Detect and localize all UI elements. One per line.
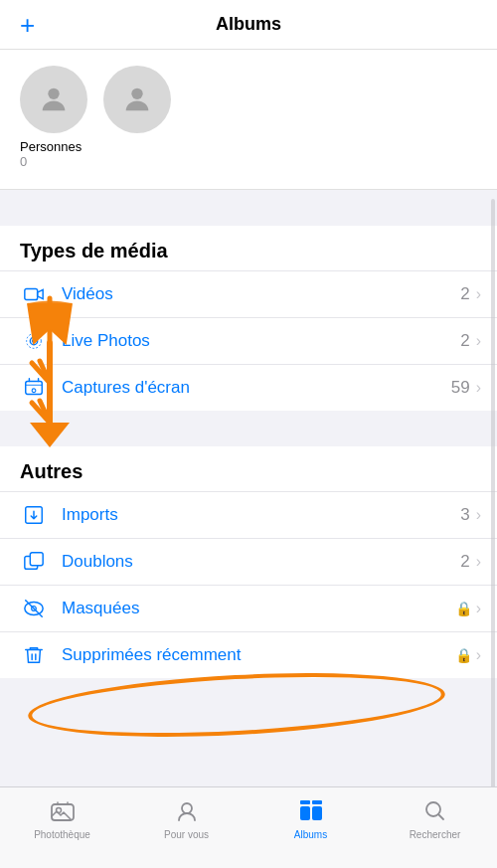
person-icon-2	[120, 83, 154, 116]
autres-section: Autres Imports 3 › Doublons 2 ›	[0, 446, 497, 678]
list-item-screenshots[interactable]: Captures d'écran 59 ›	[0, 364, 497, 411]
person-icon	[37, 83, 71, 116]
doublons-icon	[20, 551, 48, 573]
person-name: Personnes	[20, 139, 82, 154]
list-item-live-photos[interactable]: Live Photos 2 ›	[0, 317, 497, 364]
tab-rechercher-label: Rechercher	[410, 829, 461, 840]
videos-label: Vidéos	[62, 284, 460, 304]
lock-icon-2: 🔒	[455, 647, 472, 663]
tab-pour-vous-label: Pour vous	[164, 829, 209, 840]
imports-svg	[23, 504, 45, 526]
masquees-label: Masquées	[62, 599, 455, 618]
chevron-icon-3: ›	[476, 379, 481, 397]
live-photo-icon	[20, 330, 48, 352]
svg-point-17	[182, 803, 192, 813]
video-svg	[23, 283, 45, 305]
doublons-label: Doublons	[62, 552, 460, 572]
list-item-doublons[interactable]: Doublons 2 ›	[0, 538, 497, 585]
svg-point-7	[32, 389, 36, 393]
live-photos-count: 2	[460, 331, 469, 351]
avatar-2	[103, 66, 171, 133]
tab-bar: Photothèque Pour vous Albums	[0, 786, 497, 868]
page-title: Albums	[216, 14, 281, 35]
svg-point-1	[131, 88, 142, 99]
masquees-svg	[23, 598, 45, 619]
svg-rect-2	[25, 289, 38, 300]
chevron-icon-4: ›	[476, 506, 481, 524]
supprimees-label: Supprimées récemment	[62, 645, 455, 665]
trash-icon	[20, 644, 48, 666]
tab-albums[interactable]: Albums	[281, 797, 341, 840]
video-icon	[20, 283, 48, 305]
header: + Albums	[0, 0, 497, 50]
person-item[interactable]: Personnes 0	[20, 66, 87, 169]
chevron-icon: ›	[476, 285, 481, 303]
trash-svg	[23, 644, 45, 666]
add-button[interactable]: +	[20, 12, 35, 38]
tab-phototheque-label: Photothèque	[34, 829, 90, 840]
people-section: Personnes 0	[0, 50, 497, 190]
svg-marker-14	[30, 423, 70, 447]
for-you-icon	[173, 797, 201, 825]
tab-pour-vous[interactable]: Pour vous	[157, 797, 217, 840]
svg-point-0	[48, 88, 59, 99]
imports-count: 3	[460, 505, 469, 525]
imports-label: Imports	[62, 505, 460, 525]
live-photos-label: Live Photos	[62, 331, 460, 351]
person-count: 0	[20, 154, 27, 169]
screenshots-label: Captures d'écran	[62, 378, 451, 398]
list-item-videos[interactable]: Vidéos 2 ›	[0, 270, 497, 317]
person-item-2[interactable]	[103, 66, 171, 169]
videos-count: 2	[460, 284, 469, 304]
svg-rect-10	[30, 553, 43, 566]
masquees-icon	[20, 598, 48, 619]
doublons-count: 2	[460, 552, 469, 572]
list-item-supprimees[interactable]: Supprimées récemment 🔒 ›	[0, 631, 497, 678]
screenshot-svg	[23, 377, 45, 399]
live-photo-svg	[23, 330, 45, 352]
doublons-svg	[23, 551, 45, 573]
svg-rect-19	[312, 806, 322, 820]
tab-albums-label: Albums	[294, 829, 327, 840]
people-row: Personnes 0	[20, 66, 477, 169]
svg-rect-21	[312, 800, 322, 804]
screenshots-count: 59	[451, 378, 470, 398]
svg-rect-20	[300, 800, 310, 804]
avatar	[20, 66, 87, 133]
chevron-icon-6: ›	[476, 600, 481, 617]
svg-point-5	[33, 340, 36, 343]
media-types-section: Types de média Vidéos 2 › Live Photos 2 …	[0, 226, 497, 411]
screenshot-icon	[20, 377, 48, 399]
svg-rect-18	[300, 806, 310, 820]
tab-rechercher[interactable]: Rechercher	[406, 797, 465, 840]
albums-icon	[297, 797, 325, 825]
chevron-icon-5: ›	[476, 553, 481, 571]
list-item-imports[interactable]: Imports 3 ›	[0, 491, 497, 538]
search-icon	[421, 797, 449, 825]
autres-heading: Autres	[0, 446, 497, 491]
chevron-icon-2: ›	[476, 332, 481, 350]
scroll-indicator	[491, 199, 495, 788]
imports-icon	[20, 504, 48, 526]
tab-phototheque[interactable]: Photothèque	[33, 797, 92, 840]
list-item-masquees[interactable]: Masquées 🔒 ›	[0, 585, 497, 631]
lock-icon: 🔒	[455, 601, 472, 616]
photo-library-icon	[49, 797, 77, 825]
chevron-icon-7: ›	[476, 646, 481, 664]
media-types-heading: Types de média	[0, 226, 497, 270]
